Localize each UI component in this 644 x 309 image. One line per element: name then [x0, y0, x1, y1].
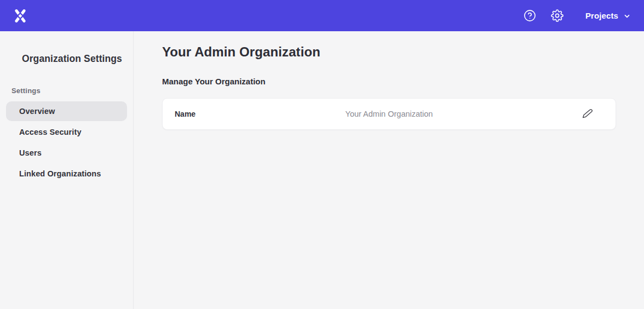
chevron-down-icon	[623, 12, 631, 20]
x-logo-icon	[12, 8, 28, 24]
sidebar-item-label: Users	[19, 148, 42, 157]
edit-name-button[interactable]	[582, 108, 594, 120]
sidebar-item-label: Linked Organizations	[19, 169, 101, 178]
sidebar-title: Organization Settings	[0, 53, 133, 65]
projects-dropdown-label: Projects	[585, 11, 618, 20]
sidebar-item-overview[interactable]: Overview	[6, 101, 127, 121]
help-icon[interactable]	[523, 9, 536, 22]
sidebar-item-users[interactable]: Users	[6, 143, 127, 163]
brand-x-logo-icon[interactable]	[12, 8, 28, 24]
organization-name-card: Name Your Admin Organization	[162, 98, 616, 130]
sidebar-item-label: Access Security	[19, 128, 82, 136]
name-field-value: Your Admin Organization	[346, 110, 433, 118]
projects-dropdown[interactable]: Projects	[585, 11, 631, 20]
page-body: Organization Settings Settings Overview …	[0, 31, 644, 309]
top-navigation-bar: Projects	[0, 0, 644, 31]
main-content: Your Admin Organization Manage Your Orga…	[134, 31, 644, 309]
topbar-actions: Projects	[523, 9, 631, 22]
sidebar-item-linked-organizations[interactable]: Linked Organizations	[6, 164, 127, 184]
section-title: Manage Your Organization	[162, 77, 616, 86]
gear-icon[interactable]	[550, 9, 564, 22]
pencil-icon	[582, 108, 593, 119]
sidebar-nav: Overview Access Security Users Linked Or…	[0, 101, 133, 184]
settings-sidebar: Organization Settings Settings Overview …	[0, 31, 134, 309]
sidebar-item-label: Overview	[19, 107, 55, 116]
name-field-label: Name	[175, 110, 196, 118]
page-title: Your Admin Organization	[162, 44, 616, 60]
sidebar-section-label: Settings	[0, 87, 133, 95]
sidebar-item-access-security[interactable]: Access Security	[6, 122, 127, 142]
